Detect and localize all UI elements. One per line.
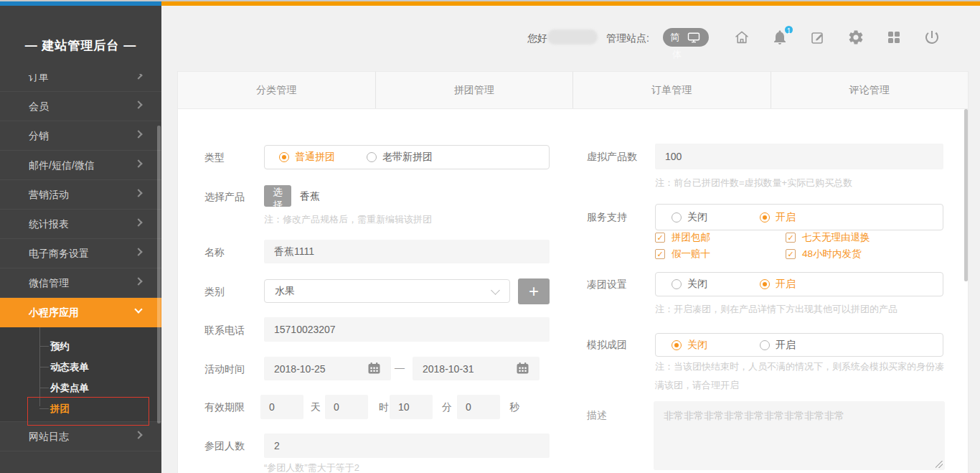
chevron-right-icon	[134, 277, 142, 285]
phone-input[interactable]	[264, 317, 550, 342]
duration-days-input[interactable]	[260, 395, 303, 419]
sidebar-item-ecommerce-settings[interactable]: 电子商务设置	[0, 239, 161, 268]
type-label: 类型	[204, 151, 225, 164]
power-icon[interactable]	[923, 29, 941, 46]
radio-normal-groupbuy[interactable]	[279, 152, 289, 162]
people-input[interactable]	[264, 434, 550, 458]
gather-off-radio[interactable]	[672, 279, 682, 289]
username-redacted	[547, 29, 598, 45]
radio-oldnew-groupbuy[interactable]	[367, 152, 377, 162]
virtual-label: 虚拟产品数	[587, 151, 637, 164]
sidebar-item-orders[interactable]: 订单	[0, 74, 161, 92]
notification-badge: 1	[783, 24, 794, 35]
sidebar-nav: 订单 会员 分销 邮件/短信/微信 营销活动 统计报表 电子商务设置 微信管理 …	[0, 74, 161, 473]
tab-order-management[interactable]: 订单管理	[573, 72, 771, 108]
manage-site-label: 管理站点:	[606, 32, 649, 45]
desc-textarea[interactable]: 非常非常非常非常非常非常非常非常非常	[654, 401, 945, 470]
chevron-right-icon	[134, 100, 142, 108]
lang-char: 简	[670, 31, 679, 44]
simulate-off-radio[interactable]	[672, 340, 682, 350]
select-product-button[interactable]: 选择	[264, 185, 291, 207]
radio-oldnew-groupbuy-label[interactable]: 老带新拼团	[382, 151, 433, 164]
edit-icon[interactable]	[809, 29, 826, 46]
bell-icon[interactable]: 1	[771, 29, 788, 46]
people-label: 参团人数	[204, 440, 245, 453]
sidebar-submenu: 预约 动态表单 外卖点单 拼团	[0, 327, 161, 422]
gather-on-radio[interactable]	[760, 279, 770, 289]
gather-off-label[interactable]: 关闭	[687, 278, 707, 291]
top-strip-orange	[161, 1, 980, 6]
sidebar-item-site-log[interactable]: 网站日志	[0, 422, 161, 451]
sidebar-item-miniprogram-apps[interactable]: 小程序应用	[0, 298, 161, 327]
gear-icon[interactable]	[847, 29, 864, 46]
service-radio-group: 关闭 开启	[655, 204, 943, 230]
home-icon[interactable]	[733, 29, 750, 46]
virtual-input[interactable]	[655, 144, 943, 169]
chevron-right-icon	[134, 74, 142, 80]
virtual-note: 注：前台已拼团件数=虚拟数量+实际已购买总数	[655, 177, 852, 189]
service-on-label[interactable]: 开启	[776, 211, 796, 224]
service-off-radio[interactable]	[672, 212, 682, 223]
content-card: 分类管理 拼团管理 订单管理 评论管理 类型 普通拼团 老带新拼团 选择产品 选…	[178, 72, 968, 473]
radio-normal-groupbuy-label[interactable]: 普通拼团	[295, 151, 335, 164]
resize-handle-icon[interactable]	[936, 461, 943, 468]
check-fake-one-pay-ten[interactable]: ✓ 假一赔十	[655, 248, 710, 261]
gather-radio-group: 关闭 开启	[655, 272, 943, 296]
sidebar-item-mail-sms-wechat[interactable]: 邮件/短信/微信	[0, 151, 161, 180]
time-label: 活动时间	[204, 363, 245, 376]
sidebar: — 建站管理后台 — 订单 会员 分销 邮件/短信/微信 营销活动 统计报表 电…	[0, 6, 161, 473]
language-switcher-pill[interactable]: 简	[663, 28, 709, 47]
check-free-shipping[interactable]: ✓ 拼团包邮	[655, 231, 710, 244]
header-icons: 1	[733, 29, 941, 46]
sidebar-subitem-booking[interactable]: 预约	[0, 336, 161, 357]
duration-hours-input[interactable]	[325, 395, 368, 419]
add-category-button[interactable]: +	[518, 278, 550, 304]
sidebar-item-wechat-management[interactable]: 微信管理	[0, 268, 161, 298]
duration-minutes-input[interactable]	[390, 395, 433, 419]
calendar-icon[interactable]	[517, 362, 529, 374]
type-radio-group: 普通拼团 老带新拼团	[264, 145, 550, 169]
simulate-note: 注：当该团快结束时，人员不满的情况下，则系统会模拟买家的身份凑满该团，请合理开启	[655, 357, 948, 395]
grid-icon[interactable]	[885, 29, 903, 46]
tab-review-management[interactable]: 评论管理	[771, 72, 969, 108]
sidebar-subitem-group-buy[interactable]: 拼团	[0, 398, 161, 419]
chevron-right-icon	[134, 248, 142, 256]
chevron-right-icon	[134, 218, 142, 226]
content-scrollbar-thumb[interactable]	[964, 109, 968, 281]
product-label: 选择产品	[204, 191, 245, 204]
sidebar-subitem-takeout[interactable]: 外卖点单	[0, 378, 161, 398]
category-select[interactable]: 水果	[264, 279, 510, 303]
simulate-on-radio[interactable]	[760, 340, 770, 350]
name-input[interactable]	[264, 240, 550, 263]
sidebar-item-distribution[interactable]: 分销	[0, 121, 161, 151]
gather-on-label[interactable]: 开启	[776, 278, 796, 291]
duration-minutes-unit: 分	[442, 401, 452, 414]
sidebar-subitem-dynamic-form[interactable]: 动态表单	[0, 357, 161, 378]
tab-category-management[interactable]: 分类管理	[178, 72, 376, 108]
sidebar-item-members[interactable]: 会员	[0, 92, 161, 121]
gather-label: 凑团设置	[587, 278, 627, 291]
duration-seconds-input[interactable]	[457, 395, 500, 419]
product-note: 注：修改产品规格后，需重新编辑该拼团	[264, 213, 432, 226]
greeting-text: 您好	[527, 32, 547, 45]
phone-label: 联系电话	[204, 324, 245, 337]
service-on-radio[interactable]	[760, 212, 770, 223]
tab-groupbuy-management[interactable]: 拼团管理	[376, 72, 574, 108]
simulate-label: 模拟成团	[587, 339, 627, 352]
desc-label: 描述	[587, 409, 607, 422]
duration-label: 有效期限	[204, 401, 245, 414]
sidebar-item-marketing[interactable]: 营销活动	[0, 180, 161, 210]
sidebar-item-reports[interactable]: 统计报表	[0, 210, 161, 239]
check-7day-return[interactable]: ✓ 七天无理由退换	[786, 231, 870, 244]
sidebar-scrollbar-thumb[interactable]	[157, 126, 161, 423]
simulate-off-label[interactable]: 关闭	[687, 339, 707, 352]
service-label: 服务支持	[587, 211, 627, 224]
service-off-label[interactable]: 关闭	[687, 211, 707, 224]
people-note: “参团人数”需大于等于2	[264, 462, 359, 473]
tab-bar: 分类管理 拼团管理 订单管理 评论管理	[178, 72, 968, 109]
simulate-radio-group: 关闭 开启	[655, 333, 943, 357]
check-48h-shipping[interactable]: ✓ 48小时内发货	[786, 248, 862, 261]
chevron-right-icon	[134, 130, 142, 138]
simulate-on-label[interactable]: 开启	[776, 339, 796, 352]
calendar-icon[interactable]	[368, 362, 380, 374]
